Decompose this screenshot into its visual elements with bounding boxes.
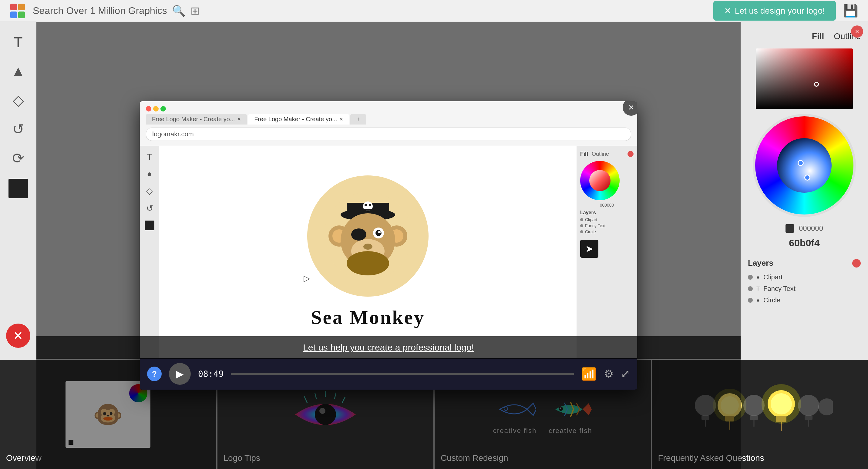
- bottom-close-icon: ✕: [13, 329, 23, 343]
- browser-tab-1-close[interactable]: ×: [237, 116, 241, 123]
- svg-point-23: [347, 251, 389, 275]
- search-button[interactable]: 🔍: [172, 4, 186, 17]
- progress-bar[interactable]: [231, 373, 574, 375]
- help-button[interactable]: ?: [147, 367, 162, 381]
- mini-layers: Layers Clipart Fancy Text Circle: [580, 210, 633, 235]
- layers-close-button[interactable]: [852, 259, 861, 268]
- mini-color-tool[interactable]: [145, 221, 154, 230]
- triangle-shape-tool[interactable]: ▲: [11, 63, 26, 79]
- panel-close-button[interactable]: ×: [851, 26, 863, 38]
- subtitle-bar: Let us help you create a professional lo…: [36, 336, 741, 359]
- layer-item-clipart[interactable]: ● Clipart: [748, 271, 861, 283]
- layer-item-circle[interactable]: ● Circle: [748, 295, 861, 306]
- layer-item-fancytext[interactable]: T Fancy Text: [748, 283, 861, 295]
- svg-point-49: [762, 384, 801, 424]
- layer-dot-circle: [748, 298, 753, 303]
- browser-minimize-dot[interactable]: [153, 106, 159, 111]
- settings-icon[interactable]: ⚙: [604, 368, 614, 380]
- grid-view-button[interactable]: ⊞: [190, 4, 199, 17]
- browser-close-dot[interactable]: [146, 106, 151, 111]
- svg-rect-43: [750, 415, 758, 420]
- browser-tab-2-label: Free Logo Maker - Create yo...: [254, 116, 337, 123]
- color-hex-label: 000000: [799, 224, 823, 233]
- mini-panel-close[interactable]: [627, 151, 633, 157]
- browser-tab-2[interactable]: Free Logo Maker - Create yo... ×: [248, 114, 349, 125]
- mini-layer-clipart: Clipart: [580, 216, 633, 223]
- search-placeholder-text: Search Over 1 Million Graphics: [33, 5, 167, 16]
- app-logo[interactable]: [10, 3, 26, 19]
- svg-point-8: [365, 204, 367, 206]
- fullscreen-icon[interactable]: ⤢: [621, 368, 630, 380]
- layer-name-clipart: Clipart: [763, 273, 783, 281]
- browser-tab-1[interactable]: Free Logo Maker - Create yo... ×: [146, 114, 247, 125]
- color-hex-value: 60b0f4: [789, 237, 819, 249]
- subtitle-text[interactable]: Let us help you create a professional lo…: [303, 342, 474, 353]
- layer-type-icon-circle: ●: [756, 297, 760, 304]
- svg-point-18: [351, 229, 366, 240]
- layer-dot-clipart: [748, 275, 753, 280]
- text-tool-button[interactable]: T: [14, 34, 23, 51]
- design-logo-button[interactable]: ✕ Let us design your logo!: [713, 1, 836, 21]
- svg-point-22: [363, 243, 372, 249]
- play-button[interactable]: ▶: [169, 363, 191, 385]
- svg-point-9: [369, 204, 371, 206]
- mini-right-panel: Fill Outline 000000 Layers Clipart: [577, 146, 637, 358]
- browser-address-bar[interactable]: logomakr.com: [146, 128, 631, 141]
- diamond-tool[interactable]: ◇: [13, 92, 24, 108]
- svg-point-53: [818, 398, 833, 415]
- browser-chrome: Free Logo Maker - Create yo... × Free Lo…: [140, 101, 637, 146]
- color-wheel[interactable]: [753, 114, 856, 217]
- browser-maximize-dot[interactable]: [160, 106, 166, 111]
- color-gradient-picker[interactable]: [756, 48, 853, 109]
- volume-icon[interactable]: 📶: [581, 367, 596, 381]
- layer-type-icon-clipart: ●: [756, 274, 760, 280]
- svg-point-20: [375, 230, 381, 236]
- mini-diamond-tool[interactable]: ◇: [146, 186, 153, 196]
- search-area: Search Over 1 Million Graphics 🔍 ⊞: [33, 4, 706, 17]
- browser-tabs: Free Logo Maker - Create yo... × Free Lo…: [146, 114, 631, 125]
- browser-window-controls: [146, 106, 631, 111]
- svg-point-21: [378, 231, 381, 233]
- layers-title: Layers: [748, 259, 773, 268]
- save-button[interactable]: 💾: [843, 4, 858, 18]
- browser-tab-2-close[interactable]: ×: [340, 116, 343, 123]
- time-display: 08:49: [198, 369, 223, 379]
- logo-display-area: Sea Monkey: [159, 146, 577, 358]
- layer-name-fancytext: Fancy Text: [763, 285, 796, 293]
- mini-color-wheel[interactable]: [580, 161, 620, 200]
- color-swatch[interactable]: [8, 179, 28, 198]
- color-wheel-inner: [777, 138, 832, 193]
- logo-text: Sea Monkey: [311, 306, 425, 329]
- mini-left-tools: T ● ◇ ↺: [140, 146, 159, 358]
- mini-layer-dot-3: [580, 230, 583, 233]
- svg-rect-3: [18, 11, 25, 18]
- rotate-tool[interactable]: ↺: [12, 121, 24, 138]
- bottom-close-button[interactable]: ✕: [6, 324, 30, 348]
- mini-layer-dot-1: [580, 218, 583, 221]
- mini-layer-circle: Circle: [580, 229, 633, 235]
- mini-layer-dot-2: [580, 224, 583, 227]
- svg-rect-51: [805, 415, 812, 420]
- browser-tab-new[interactable]: +: [350, 114, 366, 125]
- monkey-logo-circle: [307, 175, 429, 297]
- video-modal-overlay: × Free Logo Maker - Create yo... × Free …: [36, 22, 741, 469]
- svg-point-50: [798, 395, 819, 416]
- layer-name-circle: Circle: [763, 296, 780, 304]
- mini-layers-title: Layers: [580, 210, 633, 215]
- fill-tab[interactable]: Fill: [812, 32, 824, 41]
- design-logo-icon: ✕: [724, 6, 731, 16]
- mini-circle-tool[interactable]: ●: [147, 169, 152, 179]
- top-bar: Search Over 1 Million Graphics 🔍 ⊞ ✕ Let…: [0, 0, 868, 22]
- layers-panel: Layers ● Clipart T Fancy Text ● Circle: [748, 259, 861, 306]
- layers-header: Layers: [748, 259, 861, 268]
- browser-nav: logomakr.com: [146, 128, 631, 141]
- mini-hex-value: 000000: [580, 203, 633, 207]
- mini-fill-label: Fill: [580, 151, 588, 157]
- mini-rotate-tool[interactable]: ↺: [146, 203, 153, 213]
- history-tool[interactable]: ⟳: [12, 150, 24, 167]
- color-wheel-selector-top: [798, 160, 804, 166]
- mini-send-icon-container[interactable]: ➤: [580, 240, 598, 258]
- mini-fill-outline: Fill Outline: [580, 151, 633, 157]
- mini-outline-label: Outline: [592, 151, 609, 157]
- mini-text-tool[interactable]: T: [147, 152, 152, 162]
